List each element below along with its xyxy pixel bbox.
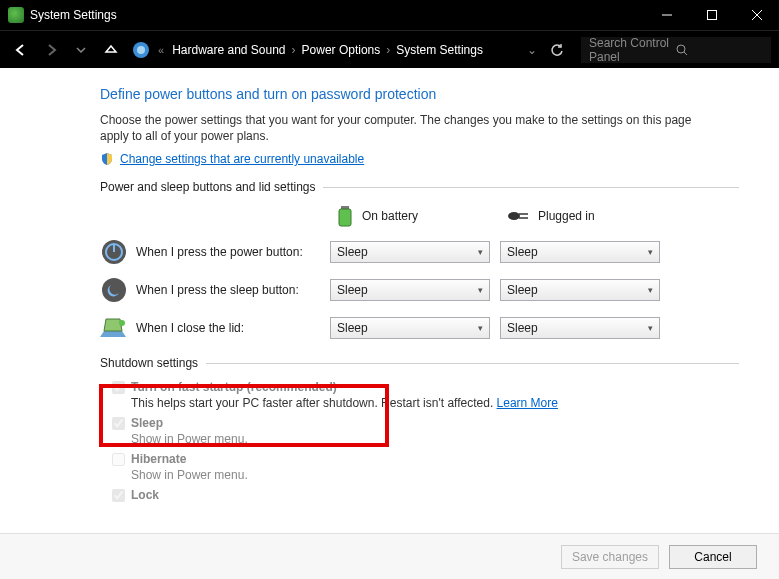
power-button-row-label: When I press the power button: [100, 238, 320, 266]
sleep-button-row-label: When I press the sleep button: [100, 276, 320, 304]
hibernate-checkbox [112, 453, 125, 466]
chevron-right-icon: › [384, 43, 392, 57]
lock-label: Lock [131, 488, 159, 502]
search-input[interactable]: Search Control Panel [581, 37, 771, 63]
lid-battery-select[interactable]: Sleep▾ [330, 317, 490, 339]
fast-startup-checkbox-row: Turn on fast startup (recommended) [100, 380, 739, 394]
breadcrumb-item[interactable]: Power Options [302, 43, 381, 57]
hibernate-checkbox-row: Hibernate [100, 452, 739, 466]
lid-row-label: When I close the lid: [100, 314, 320, 342]
maximize-button[interactable] [689, 0, 734, 30]
power-button-plugged-select[interactable]: Sleep▾ [500, 241, 660, 263]
minimize-button[interactable] [644, 0, 689, 30]
sleep-button-plugged-select[interactable]: Sleep▾ [500, 279, 660, 301]
page-description: Choose the power settings that you want … [100, 112, 720, 144]
plug-icon [506, 209, 530, 223]
recent-locations-button[interactable] [68, 36, 94, 64]
page-title: Define power buttons and turn on passwor… [100, 86, 739, 102]
lid-plugged-select[interactable]: Sleep▾ [500, 317, 660, 339]
navbar: « Hardware and Sound › Power Options › S… [0, 30, 779, 68]
shutdown-section-label: Shutdown settings [100, 356, 739, 370]
chevron-down-icon[interactable]: ⌄ [525, 43, 539, 57]
sleep-button-icon [100, 276, 128, 304]
fast-startup-desc: This helps start your PC faster after sh… [100, 396, 739, 410]
window-title: System Settings [30, 8, 117, 22]
content-area: Define power buttons and turn on passwor… [0, 68, 779, 502]
titlebar: System Settings [0, 0, 779, 30]
hibernate-desc: Show in Power menu. [100, 468, 739, 482]
search-icon[interactable] [676, 44, 763, 56]
laptop-lid-icon [100, 314, 128, 342]
hibernate-label: Hibernate [131, 452, 186, 466]
window-controls [644, 0, 779, 30]
on-battery-header: On battery [330, 204, 490, 228]
control-panel-icon [132, 41, 150, 59]
up-button[interactable] [98, 36, 124, 64]
svg-line-7 [684, 52, 687, 55]
sleep-checkbox-row: Sleep [100, 416, 739, 430]
svg-point-17 [119, 320, 125, 326]
lock-checkbox [112, 489, 125, 502]
app-icon [8, 7, 24, 23]
breadcrumb-item[interactable]: Hardware and Sound [172, 43, 285, 57]
change-unavailable-link[interactable]: Change settings that are currently unava… [120, 152, 364, 166]
chevron-right-icon: › [290, 43, 298, 57]
fast-startup-checkbox [112, 381, 125, 394]
chevron-down-icon: ▾ [648, 247, 653, 257]
power-button-icon [100, 238, 128, 266]
shield-icon [100, 152, 114, 166]
power-button-battery-select[interactable]: Sleep▾ [330, 241, 490, 263]
chevron-down-icon: ▾ [648, 285, 653, 295]
back-button[interactable] [8, 36, 34, 64]
refresh-button[interactable] [543, 43, 571, 57]
chevron-down-icon: ▾ [478, 323, 483, 333]
power-grid: On battery Plugged in When I press the p… [100, 204, 739, 342]
fast-startup-label: Turn on fast startup (recommended) [131, 380, 337, 394]
search-placeholder: Search Control Panel [589, 36, 676, 64]
plugged-in-header: Plugged in [500, 209, 660, 223]
sleep-button-battery-select[interactable]: Sleep▾ [330, 279, 490, 301]
sleep-checkbox [112, 417, 125, 430]
chevron-left-icon: « [158, 44, 164, 56]
save-button: Save changes [561, 545, 659, 569]
svg-rect-1 [707, 11, 716, 20]
sleep-desc: Show in Power menu. [100, 432, 739, 446]
battery-icon [336, 204, 354, 228]
shutdown-settings: Turn on fast startup (recommended) This … [100, 380, 739, 502]
sleep-label: Sleep [131, 416, 163, 430]
cancel-button[interactable]: Cancel [669, 545, 757, 569]
chevron-down-icon: ▾ [648, 323, 653, 333]
forward-button[interactable] [38, 36, 64, 64]
power-section-label: Power and sleep buttons and lid settings [100, 180, 739, 194]
footer: Save changes Cancel [0, 533, 779, 579]
breadcrumb-item[interactable]: System Settings [396, 43, 483, 57]
svg-point-5 [137, 46, 145, 54]
breadcrumb[interactable]: Hardware and Sound › Power Options › Sys… [168, 43, 539, 57]
close-button[interactable] [734, 0, 779, 30]
chevron-down-icon: ▾ [478, 285, 483, 295]
svg-point-16 [102, 278, 126, 302]
lock-checkbox-row: Lock [100, 488, 739, 502]
learn-more-link[interactable]: Learn More [497, 396, 558, 410]
svg-rect-9 [339, 209, 351, 226]
svg-point-10 [508, 212, 520, 220]
svg-point-6 [677, 45, 685, 53]
chevron-down-icon: ▾ [478, 247, 483, 257]
